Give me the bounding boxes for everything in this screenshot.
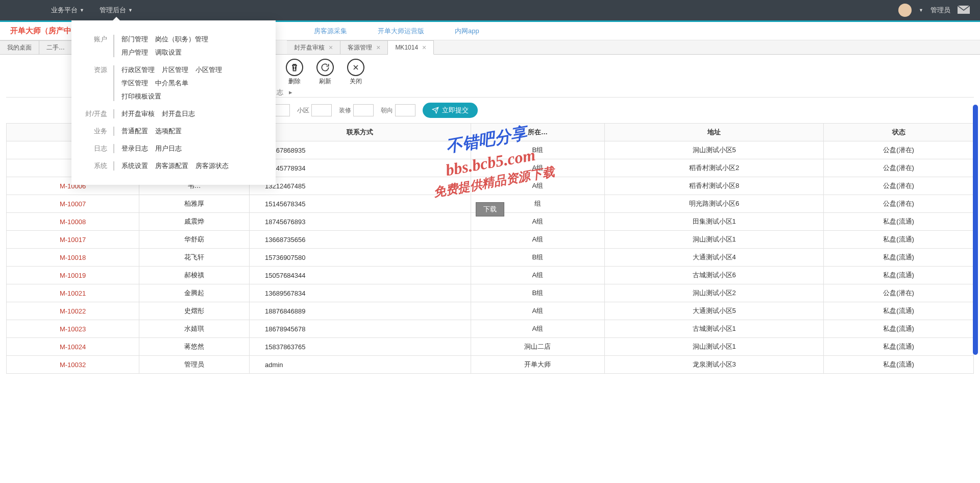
cell-addr: 洞山测试小区5 [605,141,824,159]
dropdown-item[interactable]: 房客源状态 [195,161,229,171]
tab[interactable]: MK1014× [388,40,434,55]
column-header[interactable]: 地址 [605,124,824,141]
nav-link[interactable]: 开单大师运营版 [378,27,424,36]
cell-phone: 13668735656 [249,231,471,249]
dropdown-item[interactable]: 登录日志 [121,144,148,153]
dropdown-item[interactable]: 片区管理 [162,65,188,75]
filter-label: 朝向 [381,106,393,115]
nav-link[interactable]: 房客源采集 [314,27,347,36]
close-icon[interactable]: × [376,43,380,52]
filter-input[interactable] [311,104,332,116]
table-row[interactable]: M-10023水婧琪18678945678A组古城测试小区1私盘(流通) [7,320,974,338]
cell-phone: 15145678345 [249,195,471,213]
column-header[interactable]: 所在… [471,124,605,141]
dropdown-item[interactable]: 用户日志 [155,144,182,153]
table-row[interactable]: M-10017华舒窈13668735656A组洞山测试小区1私盘(流通) [7,231,974,249]
cell-phone: 13689567834 [249,284,471,302]
cell-name: 水婧琪 [139,320,250,338]
icon-label: 删除 [288,77,301,86]
table-row[interactable]: M-10019郝梭禛15057684344A组古城测试小区6私盘(流通) [7,267,974,284]
code-link[interactable]: M-10019 [60,272,86,279]
scrollbar[interactable] [973,105,978,355]
filter-label: 装修 [339,106,351,115]
close-icon[interactable]: × [329,43,333,52]
delete-button[interactable]: 删除 [286,59,303,86]
close-button[interactable]: 关闭 [347,59,364,86]
table-row[interactable]: M-10007柏雅厚15145678345组明光路测试小区6公盘(潜在) [7,195,974,213]
nav-link[interactable]: 内网app [455,27,479,36]
table-row[interactable]: M-10022史熠彤18876846889A组大通测试小区5私盘(流通) [7,302,974,320]
column-header[interactable]: 联系方式 [249,124,471,141]
dropdown-item[interactable]: 封开盘日志 [162,109,195,118]
tab-label: MK1014 [395,44,418,51]
dropdown-item[interactable]: 岗位（职务）管理 [155,35,208,44]
cell-status: 私盘(流通) [824,338,974,356]
cell-name: 史熠彤 [139,302,250,320]
dropdown-item[interactable]: 选项配置 [155,127,182,136]
username[interactable]: 管理员 [930,6,950,15]
code-link[interactable]: M-10023 [60,325,86,333]
filter-input[interactable] [395,104,415,116]
code-link[interactable]: M-10008 [60,218,86,226]
tab-label: 二手… [46,43,65,52]
table-row[interactable]: M-10021金腾起13689567834B组洞山测试小区2公盘(潜在) [7,284,974,302]
table-row[interactable]: M-10024蒋悠然15837863765洞山二店洞山测试小区1私盘(流通) [7,338,974,356]
icon-label: 刷新 [319,77,331,86]
dropdown-group-label: 封/开盘 [84,109,114,118]
cell-status: 公盘(潜在) [824,284,974,302]
table-row[interactable]: M-10008戚震烨18745676893A组田集测试小区1私盘(流通) [7,213,974,231]
cell-group: B组 [471,141,605,159]
dropdown-item[interactable]: 小区管理 [195,65,222,75]
refresh-button[interactable]: 刷新 [316,59,334,86]
dropdown-item[interactable]: 打印模板设置 [121,92,161,101]
mail-icon[interactable] [958,6,970,15]
submit-button[interactable]: 立即提交 [423,103,478,118]
caret-down-icon[interactable]: ▼ [919,8,923,13]
cell-addr: 明光路测试小区6 [605,195,824,213]
dropdown-item[interactable]: 系统设置 [121,161,148,171]
dropdown-item[interactable]: 用户管理 [121,48,148,57]
cell-addr: 大通测试小区4 [605,249,824,267]
cell-addr: 洞山测试小区2 [605,284,824,302]
code-link[interactable]: M-10032 [60,361,86,369]
code-link[interactable]: M-10024 [60,343,86,351]
cell-addr: 古城测试小区6 [605,267,824,284]
code-link[interactable]: M-10007 [60,200,86,208]
tab[interactable]: 封开盘审核× [287,40,340,54]
table-row[interactable]: M-10018花飞轩15736907580B组大通测试小区4私盘(流通) [7,249,974,267]
avatar[interactable] [898,4,912,17]
cell-addr: 龙泉测试小区3 [605,356,824,374]
dropdown-group-label: 系统 [84,161,114,171]
dropdown-item[interactable]: 学区管理 [121,79,148,88]
cell-group: B组 [471,284,605,302]
dropdown-item[interactable]: 普通配置 [121,127,148,136]
cell-name: 柏雅厚 [139,195,250,213]
admin-dropdown: 账户部门管理岗位（职务）管理用户管理调取设置资源行政区管理片区管理小区管理学区管… [71,20,276,185]
brand-title: 开单大师（房产中… [10,26,79,36]
code-link[interactable]: M-10022 [60,307,86,315]
code-link[interactable]: M-10021 [60,289,86,297]
table-row[interactable]: M-10032管理员admin开单大师龙泉测试小区3私盘(流通) [7,356,974,374]
tab[interactable]: 二手… [39,40,72,54]
cell-addr: 洞山测试小区1 [605,231,824,249]
tab[interactable]: 客源管理× [340,40,388,54]
topnav-admin[interactable]: 管理后台▼ [100,6,133,15]
cell-phone: 15837863765 [249,338,471,356]
filter-label: 小区 [297,106,309,115]
close-icon[interactable]: × [422,43,426,52]
topnav-business[interactable]: 业务平台▼ [51,6,84,15]
dropdown-item[interactable]: 房客源配置 [155,161,188,171]
code-link[interactable]: M-10017 [60,236,86,244]
dropdown-item[interactable]: 封开盘审核 [121,109,155,118]
dropdown-item[interactable]: 调取设置 [155,48,182,57]
code-link[interactable]: M-10018 [60,254,86,261]
cell-name: 郝梭禛 [139,267,250,284]
dropdown-item[interactable]: 行政区管理 [121,65,155,75]
dropdown-item[interactable]: 中介黑名单 [155,79,188,88]
column-header[interactable]: 状态 [824,124,974,141]
cell-name: 金腾起 [139,284,250,302]
tab[interactable]: 我的桌面 [0,40,39,54]
dropdown-item[interactable]: 部门管理 [121,35,148,44]
filter-input[interactable] [353,104,374,116]
dropdown-arrow-icon [113,17,120,20]
